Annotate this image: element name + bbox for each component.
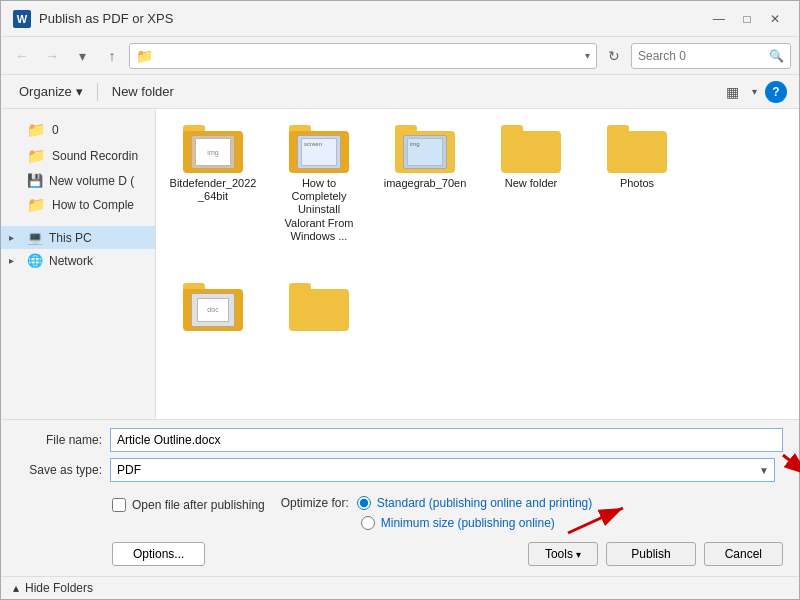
sidebar-item-label: This PC — [49, 231, 147, 245]
standard-text: Standard (publishing online and printing… — [377, 496, 592, 510]
address-folder-icon: 📁 — [136, 48, 153, 64]
minimize-button[interactable]: — — [707, 7, 731, 31]
maximize-button[interactable]: □ — [735, 7, 759, 31]
tools-chevron-icon: ▾ — [576, 549, 581, 560]
publish-button[interactable]: Publish — [606, 542, 695, 566]
file-fields: File name: Save as type: PDF XPS Documen… — [17, 428, 783, 482]
sidebar-item-sound-recording[interactable]: 📁 Sound Recordin — [1, 143, 155, 169]
new-folder-button[interactable]: New folder — [106, 82, 180, 101]
save-as-type-label: Save as type: — [17, 463, 102, 477]
search-bar-container: 🔍 — [631, 43, 791, 69]
options-row: Open file after publishing Optimize for:… — [17, 490, 783, 536]
word-icon: W — [13, 10, 31, 28]
sidebar-item-this-pc[interactable]: ▸ 💻 This PC — [1, 226, 155, 249]
view-button[interactable]: ▦ — [721, 81, 744, 103]
file-item-imagegrab[interactable]: img imagegrab_70en — [380, 121, 470, 247]
main-content: 📁 0 📁 Sound Recordin 💾 New volume D ( 📁 … — [1, 109, 799, 419]
file-item-photos[interactable]: Photos — [592, 121, 682, 247]
minimum-radio[interactable] — [361, 516, 375, 530]
open-file-text: Open file after publishing — [132, 498, 265, 512]
network-icon: 🌐 — [27, 253, 43, 268]
optimize-section: Optimize for: Standard (publishing onlin… — [281, 496, 783, 530]
file-label: imagegrab_70en — [384, 177, 467, 190]
view-chevron-icon: ▾ — [752, 86, 757, 97]
file-label: How to Completely Uninstall Valorant Fro… — [278, 177, 360, 243]
title-bar: W Publish as PDF or XPS — □ ✕ — [1, 1, 799, 37]
expand-icon: ▸ — [9, 232, 21, 243]
folder-icon: 📁 — [27, 196, 46, 214]
filename-label: File name: — [17, 433, 102, 447]
sidebar-item-label: How to Comple — [52, 198, 147, 212]
new-folder-label: New folder — [112, 84, 174, 99]
options-button[interactable]: Options... — [112, 542, 205, 566]
search-input[interactable] — [638, 49, 765, 63]
optimize-label: Optimize for: — [281, 496, 349, 510]
file-label: New folder — [505, 177, 558, 190]
sidebar: 📁 0 📁 Sound Recordin 💾 New volume D ( 📁 … — [1, 109, 156, 419]
address-bar[interactable]: 📁 ▾ — [129, 43, 597, 69]
cancel-button[interactable]: Cancel — [704, 542, 783, 566]
folder-icon-large — [501, 125, 561, 173]
back-button[interactable]: ← — [9, 43, 35, 69]
minimum-text: Minimum size (publishing online) — [381, 516, 555, 530]
file-item-row2-1[interactable]: doc — [168, 279, 258, 339]
sidebar-item-how-to-complete[interactable]: 📁 How to Comple — [1, 192, 155, 218]
options-label: Options... — [133, 547, 184, 561]
help-button[interactable]: ? — [765, 81, 787, 103]
nav-bar: ← → ▾ ↑ 📁 ▾ ↻ 🔍 — [1, 37, 799, 75]
svg-line-1 — [783, 455, 800, 475]
action-row: Options... Tools ▾ Publish Cancel — [17, 536, 783, 568]
folder-icon-large — [607, 125, 667, 173]
file-item-how-to-uninstall[interactable]: screen How to Completely Uninstall Valor… — [274, 121, 364, 247]
open-file-checkbox[interactable] — [112, 498, 126, 512]
standard-radio-label[interactable]: Standard (publishing online and printing… — [357, 496, 592, 510]
folder-icon-large: img — [395, 125, 455, 173]
recent-locations-button[interactable]: ▾ — [69, 43, 95, 69]
folder-icon: 📁 — [27, 121, 46, 139]
sidebar-item-folder-0[interactable]: 📁 0 — [1, 117, 155, 143]
hide-folders-label: Hide Folders — [25, 581, 93, 595]
file-label: Bitdefender_2022_64bit — [169, 177, 257, 203]
sidebar-item-label: New volume D ( — [49, 174, 147, 188]
forward-button[interactable]: → — [39, 43, 65, 69]
sidebar-item-label: 0 — [52, 123, 147, 137]
folder-icon-large: doc — [183, 283, 243, 331]
tools-button[interactable]: Tools ▾ — [528, 542, 598, 566]
publish-label: Publish — [631, 547, 670, 561]
standard-radio[interactable] — [357, 496, 371, 510]
sidebar-item-new-volume[interactable]: 💾 New volume D ( — [1, 169, 155, 192]
save-as-type-select[interactable]: PDF XPS Document — [110, 458, 775, 482]
bottom-bar: File name: Save as type: PDF XPS Documen… — [1, 419, 799, 576]
hide-folders-chevron-icon: ▴ — [13, 581, 19, 595]
tools-label: Tools — [545, 547, 573, 561]
sidebar-item-network[interactable]: ▸ 🌐 Network — [1, 249, 155, 272]
close-button[interactable]: ✕ — [763, 7, 787, 31]
file-area: img Bitdefender_2022_64bit screen How to… — [156, 109, 799, 419]
minimum-radio-label[interactable]: Minimum size (publishing online) — [361, 516, 783, 530]
up-button[interactable]: ↑ — [99, 43, 125, 69]
folder-icon: 📁 — [27, 147, 46, 165]
folder-icon-large: img — [183, 125, 243, 173]
folder-icon-large — [289, 283, 349, 331]
file-item-row2-2[interactable] — [274, 279, 364, 339]
file-item-new-folder[interactable]: New folder — [486, 121, 576, 247]
file-item-bitdefender[interactable]: img Bitdefender_2022_64bit — [168, 121, 258, 247]
dialog-window: W Publish as PDF or XPS — □ ✕ ← → ▾ ↑ 📁 … — [0, 0, 800, 600]
title-bar-left: W Publish as PDF or XPS — [13, 10, 173, 28]
cancel-label: Cancel — [725, 547, 762, 561]
address-chevron-icon: ▾ — [585, 50, 590, 61]
organize-label: Organize — [19, 84, 72, 99]
toolbar-separator — [97, 83, 98, 101]
sidebar-item-label: Sound Recordin — [52, 149, 147, 163]
monitor-icon: 💻 — [27, 230, 43, 245]
filename-input[interactable] — [110, 428, 783, 452]
file-label: Photos — [620, 177, 654, 190]
filename-row: File name: — [17, 428, 783, 452]
open-file-label[interactable]: Open file after publishing — [112, 498, 265, 512]
refresh-button[interactable]: ↻ — [601, 43, 627, 69]
hide-folders-bar[interactable]: ▴ Hide Folders — [1, 576, 799, 599]
search-icon: 🔍 — [769, 49, 784, 63]
expand-icon: ▸ — [9, 255, 21, 266]
toolbar: Organize ▾ New folder ▦ ▾ ? — [1, 75, 799, 109]
organize-button[interactable]: Organize ▾ — [13, 82, 89, 101]
